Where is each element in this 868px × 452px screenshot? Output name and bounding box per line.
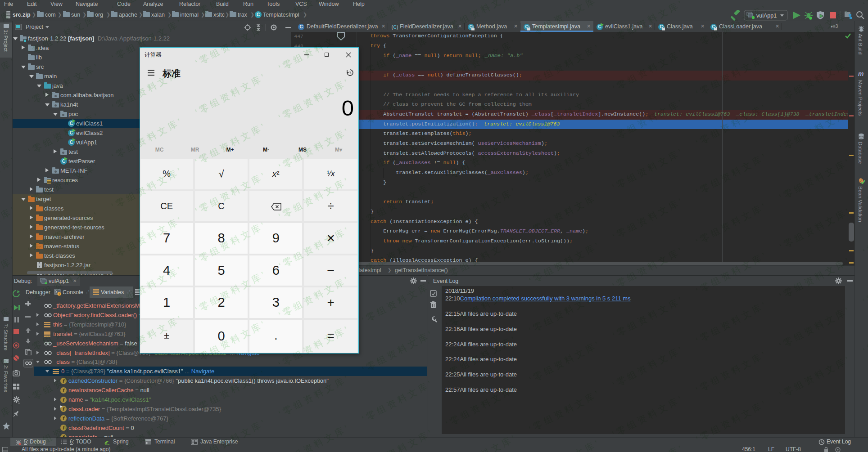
svg-text:vulApp1: vulApp1: [756, 13, 777, 19]
